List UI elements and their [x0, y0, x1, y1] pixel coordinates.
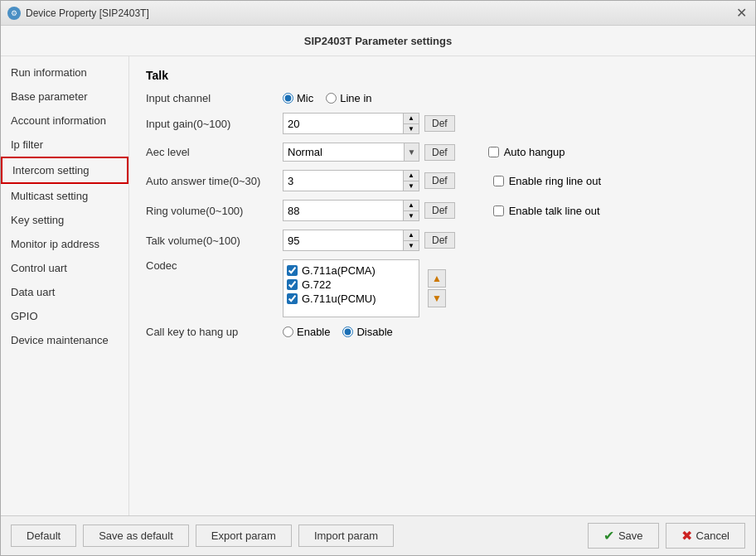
save-icon: ✔ — [603, 528, 614, 544]
cancel-button[interactable]: ✖ Cancel — [666, 523, 745, 549]
main-area: Run informationBase parameterAccount inf… — [1, 56, 755, 515]
title-bar: ⚙ Device Property [SIP2403T] ✕ — [1, 1, 755, 26]
talk-volume-field[interactable] — [284, 230, 403, 250]
default-button[interactable]: Default — [11, 525, 76, 547]
aec-level-def[interactable]: Def — [424, 144, 455, 161]
auto-hangup-checkbox[interactable] — [488, 147, 499, 157]
section-title: Talk — [146, 69, 739, 82]
codec-row: Codec G.711a(PCMA) G.722 G.7 — [146, 259, 739, 317]
auto-answer-def[interactable]: Def — [424, 172, 455, 189]
ring-volume-spinner: ▲ ▼ — [403, 201, 419, 220]
call-key-enable-option[interactable]: Enable — [283, 326, 330, 338]
sidebar-item-account-information[interactable]: Account information — [1, 109, 128, 133]
mic-option[interactable]: Mic — [283, 92, 313, 104]
title-bar-text: Device Property [SIP2403T] — [26, 7, 149, 19]
input-gain-field[interactable] — [284, 114, 403, 133]
input-gain-row: Input gain(0~100) ▲ ▼ Def — [146, 113, 739, 134]
sidebar-item-gpio[interactable]: GPIO — [1, 304, 128, 328]
ring-volume-def[interactable]: Def — [424, 202, 455, 219]
talk-volume-down[interactable]: ▼ — [404, 240, 419, 250]
codec-722-checkbox[interactable] — [287, 279, 298, 290]
call-key-label: Call key to hang up — [146, 326, 283, 338]
sidebar-item-monitor-ip-address[interactable]: Monitor ip address — [1, 232, 128, 256]
sidebar-item-ip-filter[interactable]: Ip filter — [1, 133, 128, 157]
right-checkboxes: Auto hangup — [488, 146, 565, 158]
input-gain-up[interactable]: ▲ — [404, 114, 419, 123]
ring-volume-up[interactable]: ▲ — [404, 201, 419, 210]
codec-down-button[interactable]: ▼ — [428, 289, 446, 307]
auto-answer-up[interactable]: ▲ — [404, 171, 419, 181]
sidebar-item-intercom-setting[interactable]: Intercom setting — [1, 157, 128, 184]
sidebar-item-key-setting[interactable]: Key setting — [1, 208, 128, 232]
codec-item-pcmu: G.711u(PCMU) — [287, 292, 415, 306]
enable-ring-label: Enable ring line out — [509, 175, 601, 187]
linein-option[interactable]: Line in — [326, 92, 371, 104]
auto-answer-spinner: ▲ ▼ — [403, 171, 419, 191]
enable-ring-checkbox[interactable] — [493, 176, 504, 186]
import-param-button[interactable]: Import param — [298, 525, 394, 547]
enable-ring-line-out-option[interactable]: Enable ring line out — [493, 175, 601, 187]
codec-pcma-checkbox[interactable] — [287, 265, 298, 276]
mic-radio[interactable] — [283, 93, 293, 104]
input-gain-control: ▲ ▼ Def — [283, 113, 455, 134]
aec-level-control: Normal Low High ▼ Def — [283, 143, 455, 162]
aec-level-label: Aec level — [146, 146, 283, 158]
auto-answer-spinbox: ▲ ▼ — [283, 170, 419, 191]
linein-label: Line in — [340, 92, 371, 104]
sidebar-item-multicast-setting[interactable]: Multicast setting — [1, 184, 128, 208]
enable-ring-col: Enable ring line out — [493, 175, 601, 187]
talk-volume-def[interactable]: Def — [424, 232, 455, 249]
input-channel-row: Input channel Mic Line in — [146, 92, 739, 104]
codec-pcmu-checkbox[interactable] — [287, 293, 298, 304]
call-key-enable-label: Enable — [297, 326, 330, 338]
codec-pcmu-label: G.711u(PCMU) — [302, 293, 376, 305]
sidebar-item-run-information[interactable]: Run information — [1, 60, 128, 85]
save-button[interactable]: ✔ Save — [588, 523, 659, 549]
export-param-button[interactable]: Export param — [196, 525, 292, 547]
input-gain-label: Input gain(0~100) — [146, 118, 283, 130]
close-button[interactable]: ✕ — [734, 6, 749, 21]
auto-answer-control: ▲ ▼ Def Enable ring line out — [283, 170, 601, 191]
call-key-disable-radio[interactable] — [342, 326, 353, 337]
talk-volume-up[interactable]: ▲ — [404, 230, 419, 240]
input-gain-down[interactable]: ▼ — [404, 123, 419, 133]
codec-up-button[interactable]: ▲ — [428, 269, 446, 288]
call-key-options: Enable Disable — [283, 326, 393, 338]
enable-talk-checkbox[interactable] — [493, 205, 504, 216]
save-as-default-button[interactable]: Save as default — [83, 525, 189, 547]
ring-volume-row: Ring volume(0~100) ▲ ▼ Def Enable talk — [146, 200, 739, 221]
enable-talk-line-out-option[interactable]: Enable talk line out — [493, 205, 600, 217]
sidebar-item-data-uart[interactable]: Data uart — [1, 280, 128, 304]
auto-answer-down[interactable]: ▼ — [404, 181, 419, 191]
aec-level-arrow: ▼ — [404, 143, 419, 161]
content-area: Talk Input channel Mic Line in Inpu — [129, 56, 755, 515]
input-channel-options: Mic Line in — [283, 92, 372, 104]
codec-label: Codec — [146, 259, 283, 272]
input-gain-spinbox: ▲ ▼ — [283, 113, 419, 134]
aec-level-row: Aec level Normal Low High ▼ Def — [146, 143, 739, 162]
sidebar: Run informationBase parameterAccount inf… — [1, 56, 129, 515]
page-header: SIP2403T Parameter settings — [1, 26, 755, 56]
call-key-disable-label: Disable — [356, 326, 392, 338]
codec-pcma-label: G.711a(PCMA) — [302, 264, 376, 277]
sidebar-item-control-uart[interactable]: Control uart — [1, 256, 128, 280]
ring-volume-down[interactable]: ▼ — [404, 210, 419, 220]
auto-answer-field[interactable] — [284, 171, 403, 191]
auto-hangup-option[interactable]: Auto hangup — [488, 146, 565, 158]
input-gain-def[interactable]: Def — [424, 115, 455, 132]
input-gain-spinner: ▲ ▼ — [403, 114, 419, 133]
talk-volume-spinner: ▲ ▼ — [403, 230, 419, 250]
codec-item-pcma: G.711a(PCMA) — [287, 263, 415, 278]
call-key-enable-radio[interactable] — [283, 326, 293, 337]
sidebar-item-base-parameter[interactable]: Base parameter — [1, 85, 128, 109]
main-window: ⚙ Device Property [SIP2403T] ✕ SIP2403T … — [0, 0, 756, 556]
call-key-disable-option[interactable]: Disable — [342, 326, 392, 338]
sidebar-item-device-maintenance[interactable]: Device maintenance — [1, 328, 128, 352]
mic-label: Mic — [297, 92, 313, 104]
codec-arrows: ▲ ▼ — [428, 269, 446, 307]
ring-volume-field[interactable] — [284, 201, 403, 220]
codec-control: G.711a(PCMA) G.722 G.711u(PCMU) ▲ — [283, 259, 446, 317]
page-title: SIP2403T Parameter settings — [304, 35, 452, 47]
linein-radio[interactable] — [326, 93, 337, 104]
aec-level-select[interactable]: Normal Low High — [284, 143, 404, 161]
